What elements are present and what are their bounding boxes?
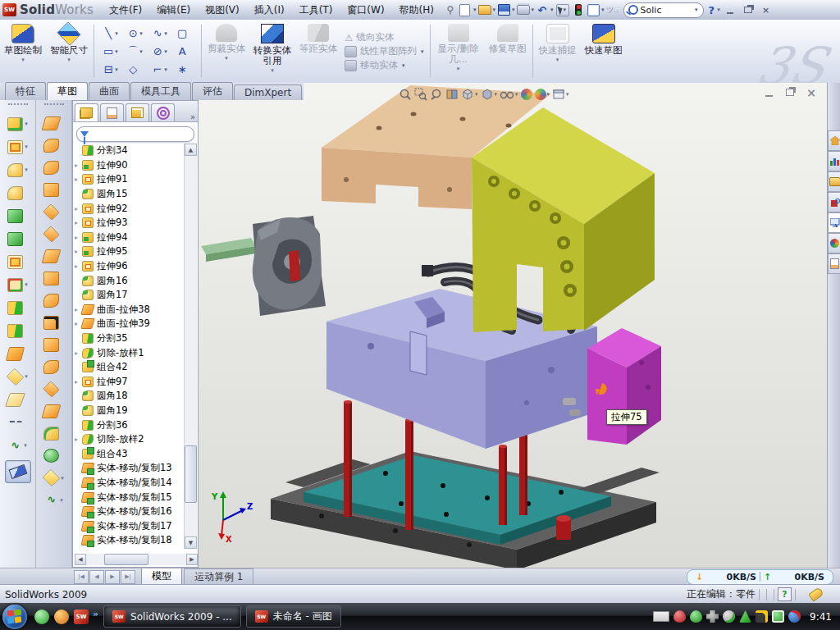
- menu-item[interactable]: 工具(T): [292, 1, 340, 20]
- linear-sketch-pattern-button[interactable]: 线性草图阵列▾: [345, 45, 425, 57]
- search-box[interactable]: Solic ▾: [623, 2, 704, 18]
- feature-tree-item[interactable]: ▸ 拉伸97: [75, 375, 185, 390]
- doc-restore-button[interactable]: [783, 86, 797, 98]
- quick-tips-icon[interactable]: ?: [778, 587, 792, 601]
- menu-item[interactable]: 视图(V): [198, 1, 247, 20]
- feature-tree-item[interactable]: ▸ 圆角19: [75, 404, 185, 418]
- feature-tree-item[interactable]: ▸ 组合42: [75, 360, 185, 375]
- new-document-icon[interactable]: [459, 3, 472, 16]
- feature-tree-item[interactable]: ▸ 分割35: [75, 331, 185, 346]
- toolbar-button[interactable]: ▾: [36, 135, 71, 157]
- update-check-icon[interactable]: [706, 610, 719, 623]
- solidworks-search-tab[interactable]: [828, 192, 840, 212]
- health-shield-icon[interactable]: [772, 610, 784, 623]
- feature-tree-item[interactable]: ▸ 实体-移动/复制16: [75, 504, 185, 519]
- apply-scene-icon[interactable]: ▾: [535, 89, 550, 100]
- toolbar-button[interactable]: ▾: [0, 135, 35, 158]
- expand-arrow-icon[interactable]: ▸: [75, 262, 82, 270]
- view-palette-tab[interactable]: [828, 212, 840, 233]
- offset-entities-button[interactable]: 等距实体: [295, 20, 341, 83]
- feature-tree-item[interactable]: ▸ 实体-移动/复制18: [75, 533, 185, 548]
- doc-close-button[interactable]: ×: [804, 86, 819, 98]
- sketch-entity-button[interactable]: ▢ ▾: [172, 25, 197, 43]
- command-tab[interactable]: 草图: [47, 82, 88, 100]
- edit-appearance-icon[interactable]: [521, 89, 532, 100]
- document-tab[interactable]: 运动算例 1: [184, 568, 253, 586]
- last-tab-button[interactable]: ▶|: [121, 570, 135, 584]
- search-value[interactable]: Solic: [641, 5, 694, 16]
- sketch-button[interactable]: 草图绘制▾: [0, 20, 46, 83]
- toolbar-button[interactable]: ▾: [36, 445, 71, 467]
- first-tab-button[interactable]: |◀: [74, 570, 89, 584]
- toolbar-button[interactable]: ▾: [36, 312, 71, 334]
- scroll-down-button[interactable]: ▼: [185, 536, 197, 549]
- display-delete-relations-button[interactable]: 显示/删除几...▾: [432, 20, 485, 83]
- solidworks-quick-icon[interactable]: SW: [74, 609, 89, 624]
- toolbar-button[interactable]: ▾: [0, 204, 35, 227]
- feature-tree-item[interactable]: ▸ 分割36: [75, 418, 185, 432]
- expand-arrow-icon[interactable]: ▸: [75, 436, 82, 443]
- menu-item[interactable]: 帮助(H): [392, 1, 441, 20]
- view-settings-icon[interactable]: ▾: [552, 88, 569, 101]
- toolbar-button[interactable]: ▾: [36, 290, 71, 312]
- zoom-fit-icon[interactable]: [399, 88, 412, 101]
- feature-tree-item[interactable]: ▸ 圆角18: [75, 389, 185, 404]
- toolbar-button[interactable]: ▾: [36, 334, 71, 356]
- appearances-scenes-tab[interactable]: [828, 233, 840, 253]
- toolbar-button[interactable]: ▾: [0, 273, 35, 296]
- sketch-entity-button[interactable]: ⊙ ▾: [123, 25, 148, 43]
- scroll-thumb[interactable]: [185, 445, 197, 503]
- custom-properties-tab[interactable]: [828, 253, 840, 274]
- graphics-area[interactable]: Y Z X ▾ ▾ ▾ ▾ ▾ ×: [199, 83, 827, 568]
- document-tab[interactable]: 模型: [141, 568, 182, 585]
- feature-tree-item[interactable]: ▸ 拉伸94: [75, 231, 185, 245]
- sketch-entity-button[interactable]: ⌒ ▾: [123, 43, 148, 61]
- featuremanager-tab[interactable]: [75, 103, 98, 121]
- messenger-icon[interactable]: [34, 609, 49, 624]
- feature-tree-item[interactable]: ▸ 切除-放样2: [75, 432, 185, 447]
- command-tab[interactable]: 特征: [5, 82, 46, 100]
- sketch-entity-button[interactable]: A ▾: [172, 43, 197, 61]
- feature-tree-item[interactable]: ▸ 分割34: [75, 144, 185, 158]
- toolbar-button[interactable]: ▾: [0, 388, 35, 411]
- tag-icon[interactable]: [808, 587, 824, 601]
- protection-ball-icon[interactable]: [788, 610, 801, 623]
- solidworks-resources-tab[interactable]: [828, 130, 840, 151]
- move-entities-button[interactable]: 移动实体▾: [345, 59, 425, 71]
- toolbar-button[interactable]: ▾: [36, 356, 71, 378]
- smart-dimension-button[interactable]: 智能尺寸▾: [46, 20, 92, 83]
- expand-arrow-icon[interactable]: ▸: [75, 234, 82, 241]
- panel-tabs-more[interactable]: »: [190, 112, 195, 121]
- minimize-button[interactable]: [723, 4, 737, 16]
- sketch-entity-button[interactable]: ⊟ ▾: [98, 61, 123, 79]
- expand-arrow-icon[interactable]: ▸: [75, 176, 82, 183]
- menu-item[interactable]: 插入(I): [247, 1, 292, 20]
- command-tab[interactable]: 评估: [192, 82, 233, 100]
- sketch-entity-button[interactable]: ⌐ ▾: [148, 61, 172, 79]
- toolbar-button[interactable]: ▾: [0, 319, 35, 342]
- start-button[interactable]: [2, 605, 27, 629]
- section-view-icon[interactable]: [445, 88, 459, 101]
- view-orientation-icon[interactable]: ▾: [461, 88, 478, 101]
- scroll-right-button[interactable]: ▶: [186, 554, 198, 565]
- taskbar-button[interactable]: SW SolidWorks 2009 - ...: [103, 605, 241, 628]
- zoom-previous-icon[interactable]: [430, 88, 443, 101]
- feature-tree-item[interactable]: ▸ 圆角15: [75, 187, 185, 202]
- command-tab[interactable]: 模具工具: [130, 82, 191, 100]
- toolbar-button[interactable]: ▾: [36, 201, 71, 223]
- sync-icon[interactable]: [739, 610, 751, 623]
- sketch-entity-button[interactable]: ◇ ▾: [123, 61, 148, 79]
- toolbar-button[interactable]: ▾: [36, 157, 71, 179]
- expand-arrow-icon[interactable]: ▸: [75, 378, 82, 386]
- overflow-icon[interactable]: ツ..: [606, 3, 619, 16]
- toolbar-button[interactable]: ▾: [0, 158, 35, 181]
- feature-tree-item[interactable]: ▸ 圆角17: [75, 288, 185, 303]
- quick-snaps-button[interactable]: 快速捕捉▾: [535, 20, 581, 83]
- feature-tree-item[interactable]: ▸ 拉伸92: [75, 201, 185, 216]
- repair-sketch-button[interactable]: 修复草图: [485, 20, 531, 83]
- close-button[interactable]: ×: [759, 4, 774, 16]
- feature-tree-item[interactable]: ▸ 拉伸93: [75, 216, 185, 231]
- toolbar-button[interactable]: ▾: [36, 422, 71, 445]
- feature-tree-item[interactable]: ▸ 切除-放样1: [75, 345, 185, 360]
- restore-button[interactable]: [741, 4, 756, 16]
